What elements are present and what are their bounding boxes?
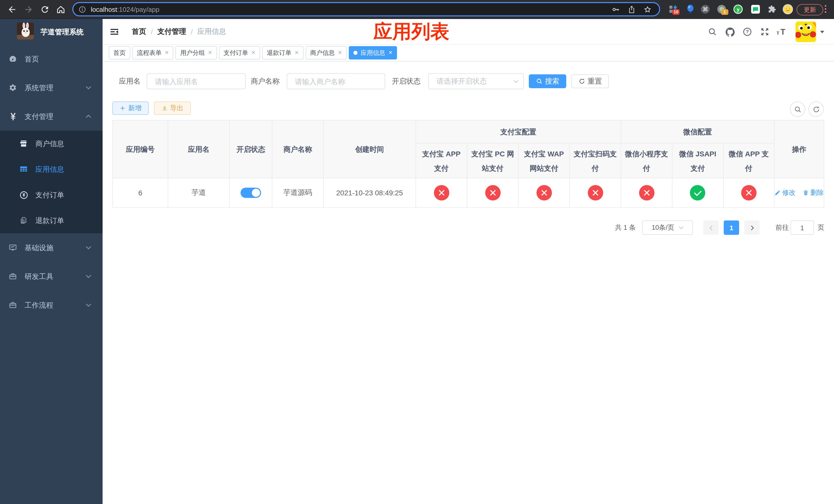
site-info-icon[interactable] [79,5,86,13]
sidebar-item-home[interactable]: 首页 [0,45,103,73]
breadcrumb-home[interactable]: 首页 [132,27,146,37]
page-number-1[interactable]: 1 [724,221,739,235]
col-header-alipay-pc: 支付宝 PC 网站支付 [467,143,518,178]
edit-link[interactable]: 修改 [774,188,795,198]
status-toggle[interactable] [241,188,261,198]
extension-balloon-icon[interactable] [686,5,695,14]
cell-wechat-mini [621,178,672,207]
home-icon[interactable] [56,5,66,14]
search-icon[interactable] [708,27,717,37]
cell-wechat-app [723,178,774,207]
sidebar-item-merchant-info[interactable]: 商户信息 [0,131,103,156]
add-button[interactable]: 新增 [112,101,149,115]
font-size-icon[interactable]: тT [776,28,786,37]
delete-link[interactable]: 删除 [803,188,824,198]
password-key-icon[interactable] [611,5,620,14]
briefcase-icon [9,301,17,309]
tab-merchant-info[interactable]: 商户信息✕ [305,46,347,60]
refresh-button[interactable] [808,101,824,117]
storefront-icon [20,139,28,148]
reset-button[interactable]: 重置 [571,74,609,88]
url-bar[interactable]: localhost:1024/pay/app [72,2,660,17]
tab-app-info[interactable]: 应用信息✕ [349,46,397,60]
chevron-down-icon [86,246,91,250]
tab-user-group[interactable]: 用户分组✕ [176,46,217,60]
pagination-total: 共 1 条 [615,221,636,235]
tab-home[interactable]: 首页 [109,46,130,60]
avatar-dropdown-caret[interactable] [820,31,824,33]
sidebar-item-refund-orders[interactable]: 退款订单 [0,208,103,233]
help-icon[interactable]: ? [743,27,752,37]
sidebar-collapse-icon[interactable] [110,27,119,37]
tab-payment-orders[interactable]: 支付订单✕ [219,46,260,60]
merchant-name-input[interactable] [287,73,385,89]
export-button[interactable]: 导出 [154,101,191,115]
close-icon[interactable]: ✕ [164,50,169,55]
col-group-alipay: 支付宝配置 [416,120,621,143]
col-header-wechat-mini: 微信小程序支付 [621,143,672,178]
col-header-app-id: 应用编号 [113,120,168,178]
extension-y-icon[interactable]: y [733,5,743,14]
sidebar-item-workflow[interactable]: 工作流程 [0,291,103,319]
app-name-input[interactable] [147,73,246,89]
bookmark-star-icon[interactable] [643,5,652,14]
svg-text:т: т [776,29,780,36]
sidebar-item-payment[interactable]: 支付管理 [0,102,103,131]
status-check-icon [690,185,705,201]
goto-page-input[interactable] [790,221,814,235]
github-icon[interactable] [725,27,736,38]
breadcrumb-payment[interactable]: 支付管理 [157,27,186,37]
search-button[interactable]: 搜索 [529,74,566,88]
extension-chat-icon[interactable] [751,5,760,14]
extension-command-icon[interactable]: ⌘ [701,5,710,14]
prev-page-button[interactable] [703,221,719,235]
chevron-down-icon [86,303,91,307]
documents-icon [20,216,28,225]
sidebar-item-infrastructure[interactable]: 基础设施 [0,233,103,262]
sidebar-item-app-info[interactable]: 应用信息 [0,156,103,182]
browser-toolbar: localhost:1024/pay/app 10 ⌘ 1 y [0,0,834,19]
fullscreen-icon[interactable] [760,27,769,37]
col-header-merchant: 商户名称 [272,120,323,178]
chevron-down-icon [86,86,91,90]
forward-icon[interactable] [24,5,33,14]
sidebar-item-dev-tools[interactable]: 研发工具 [0,262,103,291]
extension-grid-icon[interactable]: 10 [669,5,678,14]
close-icon[interactable]: ✕ [251,50,256,55]
status-select[interactable]: 请选择开启状态 [428,73,524,89]
app-name-label: 应用名 [119,73,140,89]
sidebar-item-system[interactable]: 系统管理 [0,73,103,102]
url-host: localhost [91,5,117,13]
browser-menu-icon[interactable] [825,5,827,13]
close-icon[interactable]: ✕ [338,50,342,55]
close-icon[interactable]: ✕ [208,50,212,55]
close-icon[interactable]: ✕ [388,50,393,55]
app-logo[interactable]: 芋道管理系统 [0,19,103,45]
update-button[interactable]: 更新 [796,4,823,15]
status-x-icon [588,185,603,201]
svg-text:T: T [781,28,785,37]
cell-ops: 修改 删除 [774,178,824,207]
col-header-ops: 操作 [774,120,824,178]
page-size-select[interactable]: 10条/页 [642,221,693,235]
user-avatar[interactable] [795,22,816,42]
back-icon[interactable] [7,5,17,14]
col-header-alipay-qr: 支付宝扫码支付 [570,143,621,178]
reload-icon[interactable] [40,5,50,14]
extension-recorder-icon[interactable]: 1 [717,5,726,14]
status-x-icon [741,185,756,201]
share-icon[interactable] [627,5,636,14]
extensions-puzzle-icon[interactable] [767,5,776,14]
profile-avatar-emoji[interactable] [783,4,793,14]
sidebar-menu: 首页 系统管理 支付管理 商户信息 应用信息 [0,45,103,319]
cell-app-id: 6 [113,178,168,207]
next-page-button[interactable] [744,221,760,235]
close-icon[interactable]: ✕ [294,50,299,55]
chevron-down-icon [86,274,91,278]
tags-view: 首页 流程表单✕ 用户分组✕ 支付订单✕ 退款订单✕ 商户信息✕ 应用信息✕ [103,45,834,62]
toggle-search-button[interactable] [790,101,805,117]
breadcrumb-current: 应用信息 [197,27,226,37]
sidebar-item-payment-orders[interactable]: 支付订单 [0,182,103,208]
tab-process-form[interactable]: 流程表单✕ [132,46,174,60]
tab-refund-orders[interactable]: 退款订单✕ [262,46,303,60]
